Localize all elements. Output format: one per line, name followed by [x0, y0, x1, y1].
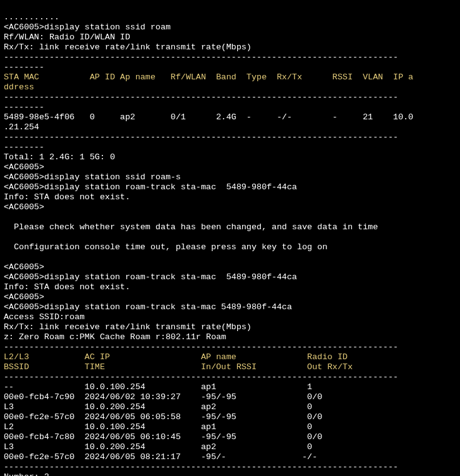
roam-type-legend: z: Zero Roam c:PMK Cache Roam r:802.11r …: [4, 332, 226, 342]
roam-track-row: 00e0-fc2e-57c0 2024/06/05 08:21:17 -95/-…: [4, 452, 317, 462]
roam-track-row: 00e0-fcb4-7c80 2024/06/05 06:10:45 -95/-…: [4, 432, 322, 442]
header-rfwlan: Rf/WLAN: Radio ID/WLAN ID: [4, 32, 130, 42]
station-table-header: STA MAC AP ID Ap name Rf/WLAN Band Type …: [4, 72, 413, 82]
info-sta-not-exist-2: Info: STA does not exist.: [4, 282, 130, 292]
access-ssid-line: Access SSID:roam: [4, 312, 85, 322]
roam-track-row: 00e0-fcb4-7c90 2024/06/02 10:39:27 -95/-…: [4, 392, 322, 402]
station-table-row: 5489-98e5-4f06 0 ap2 0/1 2.4G - -/- - 21…: [4, 112, 413, 122]
top-garbled-line: ...........: [4, 12, 59, 22]
divider-short: --------: [4, 142, 44, 152]
divider: ----------------------------------------…: [4, 52, 398, 62]
prompt-3: <AC6005>: [4, 172, 44, 182]
prompt-9: <AC6005>: [4, 302, 44, 312]
divider-short: --------: [4, 62, 44, 72]
total-line: Total: 1 2.4G: 1 5G: 0: [4, 152, 115, 162]
prompt-5: <AC6005>: [4, 202, 44, 212]
number-line: Number: 3: [4, 472, 49, 476]
warning-save-data: Please check whether system data has bee…: [4, 222, 378, 232]
prompt-6: <AC6005>: [4, 262, 44, 272]
prompt-1: <AC6005>: [4, 22, 44, 32]
roam-track-row: L2 10.0.100.254 ap1 0: [4, 422, 312, 432]
prompt-8: <AC6005>: [4, 292, 44, 302]
info-sta-not-exist: Info: STA does not exist.: [4, 192, 130, 202]
roam-track-header-2: BSSID TIME In/Out RSSI Out Rx/Tx: [4, 362, 353, 372]
prompt-4: <AC6005>: [4, 182, 44, 192]
terminal-output[interactable]: ........... <AC6005>display station ssid…: [0, 0, 460, 476]
roam-track-row: L3 10.0.200.254 ap2 0: [4, 402, 312, 412]
station-table-row-wrap: .21.254: [4, 122, 39, 132]
roam-track-row: L3 10.0.200.254 ap2 0: [4, 442, 312, 452]
cmd-display-roam-track-3: display station roam-track sta-mac 5489-…: [44, 302, 292, 312]
divider: ----------------------------------------…: [4, 342, 398, 352]
prompt-7: <AC6005>: [4, 272, 44, 282]
roam-track-header-1: L2/L3 AC IP AP name Radio ID: [4, 352, 348, 362]
warning-timeout: Configuration console time out, please p…: [4, 242, 327, 252]
cmd-display-ssid-roam-s: display station ssid roam-s: [44, 172, 181, 182]
divider-short: --------: [4, 102, 44, 112]
cmd-display-roam-track-1: display station roam-track sta-mac 5489-…: [44, 182, 297, 192]
divider: ----------------------------------------…: [4, 372, 398, 382]
roam-track-row: -- 10.0.100.254 ap1 1: [4, 382, 312, 392]
divider: ----------------------------------------…: [4, 462, 398, 472]
divider: ----------------------------------------…: [4, 92, 398, 102]
header-rxtx: Rx/Tx: link receive rate/link transmit r…: [4, 42, 252, 52]
divider: ----------------------------------------…: [4, 132, 398, 142]
roam-track-row: 00e0-fc2e-57c0 2024/06/05 06:05:58 -95/-…: [4, 412, 322, 422]
rxtx-legend: Rx/Tx: link receive rate/link transmit r…: [4, 322, 252, 332]
cmd-display-ssid-roam: display station ssid roam: [44, 22, 171, 32]
prompt-2: <AC6005>: [4, 162, 44, 172]
cmd-display-roam-track-2: display station roam-track sta-mac 5489-…: [44, 272, 297, 282]
station-table-header-wrap: ddress: [4, 82, 34, 92]
